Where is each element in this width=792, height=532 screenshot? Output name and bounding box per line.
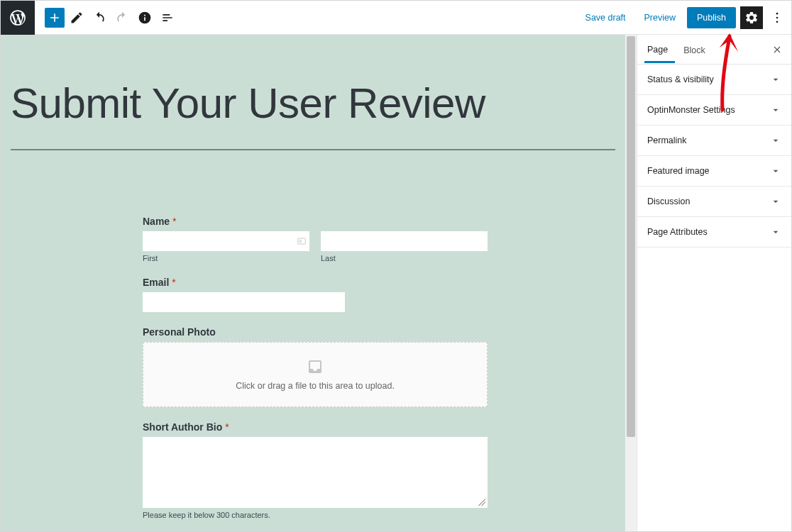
last-sub-label: Last — [321, 254, 488, 262]
publish-button[interactable]: Publish — [687, 7, 736, 28]
wordpress-logo-button[interactable] — [1, 1, 35, 35]
field-photo: Personal Photo Click or drag a file to t… — [143, 326, 488, 407]
svg-point-0 — [776, 12, 779, 14]
email-input[interactable] — [143, 292, 345, 312]
info-button[interactable] — [134, 7, 155, 28]
required-mark: * — [172, 216, 176, 227]
panel-label: Page Attributes — [647, 227, 708, 237]
form-block: Name * First Last — [143, 216, 488, 519]
chevron-down-icon — [770, 196, 781, 207]
redo-icon — [115, 11, 129, 25]
tab-page[interactable]: Page — [644, 36, 675, 63]
sidebar-tabs: Page Block — [637, 35, 791, 65]
vertical-scrollbar[interactable] — [625, 35, 637, 531]
page-title[interactable]: Submit Your User Review — [1, 35, 625, 149]
tab-block[interactable]: Block — [681, 37, 713, 62]
outline-button[interactable] — [157, 7, 178, 28]
undo-button[interactable] — [89, 7, 110, 28]
first-sub-label: First — [143, 254, 309, 262]
scrollbar-thumb[interactable] — [627, 36, 635, 437]
required-mark: * — [225, 421, 229, 433]
photo-label: Personal Photo — [143, 326, 488, 338]
chevron-down-icon — [770, 226, 781, 238]
list-icon — [160, 11, 175, 25]
settings-sidebar: Page Block Status & visibility OptinMons… — [637, 35, 791, 531]
editor-toolbar: Save draft Preview Publish — [1, 1, 791, 35]
chevron-down-icon — [770, 165, 781, 177]
panel-featured-image[interactable]: Featured image — [637, 156, 791, 187]
panel-label: Featured image — [647, 166, 710, 176]
wordpress-icon — [9, 9, 27, 27]
upload-hint: Click or drag a file to this area to upl… — [143, 381, 487, 391]
svg-rect-3 — [298, 238, 306, 244]
contact-card-icon — [297, 236, 307, 246]
title-divider — [11, 149, 615, 150]
close-sidebar-button[interactable] — [770, 43, 784, 57]
add-block-button[interactable] — [45, 8, 65, 28]
name-label: Name * — [143, 216, 488, 227]
panel-discussion[interactable]: Discussion — [637, 187, 791, 217]
bio-hint: Please keep it below 300 characters. — [143, 511, 488, 519]
toolbar-left-group — [35, 7, 178, 28]
settings-button[interactable] — [740, 6, 763, 29]
info-icon — [138, 11, 152, 25]
field-bio: Short Author Bio * Please keep it below … — [143, 421, 488, 519]
redo-button[interactable] — [111, 7, 133, 28]
preview-button[interactable]: Preview — [637, 9, 683, 27]
last-name-input[interactable] — [321, 231, 488, 251]
kebab-icon — [770, 11, 784, 25]
required-mark: * — [172, 277, 175, 288]
panel-page-attributes[interactable]: Page Attributes — [637, 217, 791, 248]
canvas-scroll-area: Submit Your User Review Name * — [1, 35, 637, 531]
save-draft-button[interactable]: Save draft — [578, 9, 633, 27]
chevron-down-icon — [770, 74, 781, 85]
edit-mode-button[interactable] — [66, 7, 87, 28]
chevron-down-icon — [770, 135, 781, 146]
panel-label: OptinMonster Settings — [647, 105, 735, 115]
panel-permalink[interactable]: Permalink — [637, 126, 791, 156]
more-options-button[interactable] — [767, 6, 787, 29]
inbox-icon — [307, 358, 324, 375]
svg-point-4 — [299, 240, 301, 241]
gear-icon — [744, 11, 759, 25]
svg-point-2 — [776, 21, 779, 23]
undo-icon — [92, 11, 106, 25]
page-canvas: Submit Your User Review Name * — [1, 35, 625, 531]
bio-label: Short Author Bio * — [143, 421, 488, 433]
panel-label: Status & visibility — [647, 74, 714, 84]
plus-icon — [48, 11, 62, 25]
panel-status-visibility[interactable]: Status & visibility — [637, 65, 791, 95]
email-label: Email * — [143, 277, 488, 288]
svg-point-1 — [776, 16, 779, 18]
chevron-down-icon — [770, 104, 781, 116]
close-icon — [771, 44, 783, 55]
panel-label: Discussion — [647, 196, 690, 206]
field-name: Name * First Last — [143, 216, 488, 262]
first-name-input[interactable] — [143, 231, 309, 251]
editor-workspace: Submit Your User Review Name * — [1, 35, 791, 531]
panel-label: Permalink — [647, 135, 687, 145]
bio-textarea[interactable] — [143, 437, 488, 508]
panel-optinmonster[interactable]: OptinMonster Settings — [637, 95, 791, 126]
toolbar-right-group: Save draft Preview Publish — [578, 6, 791, 29]
pencil-icon — [70, 11, 84, 25]
file-upload-dropzone[interactable]: Click or drag a file to this area to upl… — [143, 342, 488, 407]
field-email: Email * — [143, 277, 488, 312]
